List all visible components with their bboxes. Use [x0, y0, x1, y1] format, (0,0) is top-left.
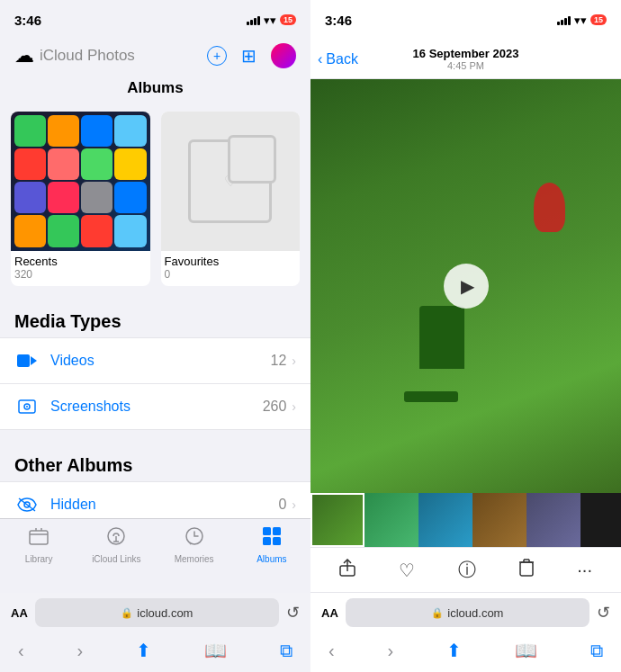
svg-rect-0 — [17, 354, 30, 367]
grid-icon[interactable]: ⊞ — [241, 45, 256, 67]
left-reload-button[interactable]: ↺ — [286, 603, 300, 623]
recents-thumbnail — [11, 112, 150, 251]
right-status-icons: ▾▾ 15 — [557, 13, 607, 27]
play-icon: ▶ — [461, 275, 474, 297]
svg-rect-25 — [273, 537, 281, 545]
other-albums-title: Other Albums — [14, 455, 296, 476]
icloud-links-tab-icon — [106, 526, 126, 551]
right-safari-bar: AA 🔒 icloud.com ↺ — [310, 592, 621, 632]
right-url-text: icloud.com — [447, 606, 503, 620]
avatar[interactable] — [271, 43, 296, 68]
left-safari-nav: ‹ › ⬆ 📖 ⧉ — [0, 632, 310, 672]
svg-rect-23 — [273, 527, 281, 535]
wifi-icon: ▾▾ — [264, 13, 276, 27]
album-grid: Recents 320 ♡ Favourites 0 — [0, 104, 310, 300]
left-status-bar: 3:46 ▾▾ 15 — [0, 0, 310, 40]
svg-rect-24 — [263, 537, 271, 545]
photo-play-overlay: ▶ — [310, 79, 621, 493]
screenshots-chevron: › — [292, 399, 296, 414]
photo-scene: ▶ — [310, 79, 621, 493]
svg-rect-27 — [520, 562, 533, 576]
right-status-bar: 3:46 ▾▾ 15 — [310, 0, 621, 40]
videos-item[interactable]: Videos 12 › — [0, 338, 310, 384]
favorite-button[interactable]: ♡ — [392, 552, 422, 588]
right-navbar: ‹ Back 16 September 2023 4:45 PM — [310, 40, 621, 79]
icloud-icon: ☁ — [14, 44, 34, 67]
left-url-bar[interactable]: 🔒 icloud.com — [35, 598, 279, 627]
right-wifi-icon: ▾▾ — [574, 13, 587, 27]
filmstrip-thumb-2[interactable] — [364, 493, 418, 547]
screenshots-item[interactable]: Screenshots 260 › — [0, 384, 310, 429]
hidden-label: Hidden — [50, 497, 278, 513]
share-button[interactable] — [332, 551, 363, 588]
videos-icon — [14, 348, 40, 373]
left-back-btn[interactable]: ‹ — [11, 637, 32, 665]
tab-albums[interactable]: Albums — [233, 526, 310, 564]
left-share-btn[interactable]: ⬆ — [129, 636, 158, 665]
right-safari-nav: ‹ › ⬆ 📖 ⧉ — [310, 632, 621, 672]
memories-tab-icon — [184, 526, 204, 551]
right-forward-btn[interactable]: › — [381, 637, 401, 665]
filmstrip-thumb-4[interactable] — [472, 493, 526, 547]
filmstrip-thumb-5[interactable] — [526, 493, 580, 547]
tab-library[interactable]: Library — [0, 526, 77, 564]
favourites-placeholder-icon: ♡ — [188, 139, 272, 223]
right-reload-button[interactable]: ↺ — [597, 603, 610, 623]
albums-scroll[interactable]: Recents 320 ♡ Favourites 0 — [0, 104, 310, 518]
left-status-icons: ▾▾ 15 — [247, 13, 296, 27]
filmstrip-thumb-1[interactable] — [310, 493, 364, 547]
videos-count: 12 — [271, 353, 287, 369]
header-actions: + ⊞ — [207, 43, 296, 68]
delete-button[interactable] — [512, 551, 541, 588]
right-bookmarks-btn[interactable]: 📖 — [508, 636, 544, 665]
app-header: ☁ iCloud Photos + ⊞ — [0, 40, 310, 76]
icloud-links-tab-label: iCloud Links — [92, 554, 140, 564]
signal-icon — [247, 14, 260, 25]
right-tabs-btn[interactable]: ⧉ — [583, 637, 610, 665]
photo-view[interactable]: ▶ — [310, 79, 621, 493]
hidden-item[interactable]: Hidden 0 › — [0, 482, 310, 519]
left-tabs-btn[interactable]: ⧉ — [273, 637, 300, 665]
add-album-icon[interactable]: + — [207, 46, 227, 66]
left-url-text: icloud.com — [137, 606, 193, 620]
albums-tab-icon — [262, 526, 282, 551]
library-tab-label: Library — [25, 554, 53, 564]
recents-album[interactable]: Recents 320 — [11, 112, 150, 286]
network-badge: 15 — [280, 14, 296, 25]
photo-date-title: 16 September 2023 4:45 PM — [413, 47, 519, 71]
more-button[interactable]: ··· — [570, 552, 599, 587]
svg-rect-22 — [263, 527, 271, 535]
other-albums-header: Other Albums — [0, 444, 310, 481]
recents-label: Recents 320 — [11, 251, 150, 286]
videos-label: Videos — [50, 353, 271, 369]
albums-title: Albums — [127, 79, 183, 97]
right-url-bar[interactable]: 🔒 icloud.com — [346, 598, 590, 627]
svg-marker-1 — [31, 356, 37, 365]
favourites-album[interactable]: ♡ Favourites 0 — [161, 112, 301, 286]
library-tab-icon — [29, 526, 49, 551]
videos-chevron: › — [292, 354, 296, 368]
tab-icloud-links[interactable]: iCloud Links — [77, 526, 155, 564]
right-signal-icon — [557, 14, 571, 25]
back-label: Back — [326, 51, 358, 67]
right-network-badge: 15 — [590, 14, 607, 25]
tab-bar: Library iCloud Links Memori — [0, 518, 310, 593]
filmstrip — [310, 493, 621, 547]
left-forward-btn[interactable]: › — [70, 637, 91, 665]
right-lock-icon: 🔒 — [431, 607, 444, 619]
info-button[interactable]: ⓘ — [451, 551, 483, 589]
left-aa-button[interactable]: AA — [11, 606, 28, 620]
right-back-btn[interactable]: ‹ — [321, 637, 342, 665]
memories-tab-label: Memories — [175, 554, 214, 564]
tab-memories[interactable]: Memories — [156, 526, 233, 564]
back-button[interactable]: ‹ Back — [318, 51, 358, 67]
left-panel: 3:46 ▾▾ 15 ☁ iCloud Photos + ⊞ Albums — [0, 0, 310, 672]
play-button[interactable]: ▶ — [444, 264, 489, 309]
screenshots-icon — [14, 394, 40, 419]
right-share-btn[interactable]: ⬆ — [439, 636, 469, 665]
right-aa-button[interactable]: AA — [321, 606, 338, 620]
screenshots-count: 260 — [263, 399, 287, 415]
left-bookmarks-btn[interactable]: 📖 — [197, 636, 234, 665]
right-panel: 3:46 ▾▾ 15 ‹ Back 16 September 2023 4:45… — [310, 0, 621, 672]
filmstrip-thumb-3[interactable] — [418, 493, 472, 547]
